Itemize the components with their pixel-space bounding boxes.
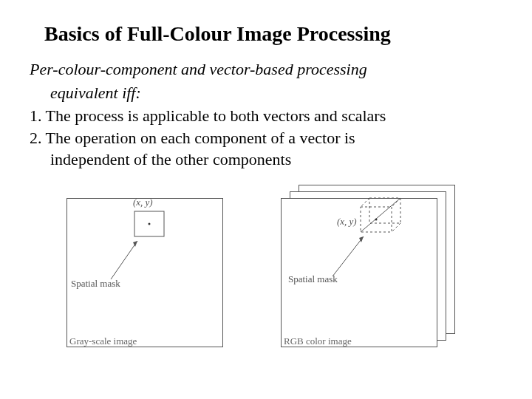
- intro-line-1: Per-colour-component and vector-based pr…: [30, 59, 502, 80]
- grayscale-diagram-icon: [66, 198, 222, 346]
- slide-title: Basics of Full-Colour Image Processing: [44, 22, 502, 46]
- figure-grayscale: (x, y) Spatial mask Gray-scale image: [66, 183, 251, 353]
- intro-text: Per-colour-component and vector-based pr…: [30, 59, 502, 103]
- figure-caption: Gray-scale image: [69, 335, 137, 347]
- figures-row: (x, y) Spatial mask Gray-scale image: [30, 183, 502, 353]
- figure-caption: RGB color image: [284, 335, 352, 347]
- xy-label: (x, y): [337, 216, 357, 228]
- svg-point-10: [375, 218, 378, 220]
- svg-line-8: [392, 223, 400, 232]
- svg-line-6: [361, 198, 369, 207]
- svg-line-2: [111, 241, 137, 279]
- list-item-2-line-2: independent of the other components: [30, 149, 502, 170]
- rgb-diagram-icon: [281, 185, 458, 340]
- list-item-1: 1. The process is applicable to both vec…: [30, 106, 502, 126]
- intro-line-2: equivalent iff:: [30, 83, 502, 103]
- svg-point-1: [149, 222, 151, 225]
- svg-line-11: [332, 236, 364, 276]
- xy-label: (x, y): [133, 197, 153, 208]
- list-item-2-line-1: 2. The operation on each component of a …: [30, 128, 502, 149]
- svg-line-9: [361, 198, 400, 232]
- mask-label: Spatial mask: [71, 278, 120, 290]
- mask-label: Spatial mask: [288, 273, 338, 285]
- figure-rgb: (x, y) Spatial mask RGB color image: [281, 183, 466, 353]
